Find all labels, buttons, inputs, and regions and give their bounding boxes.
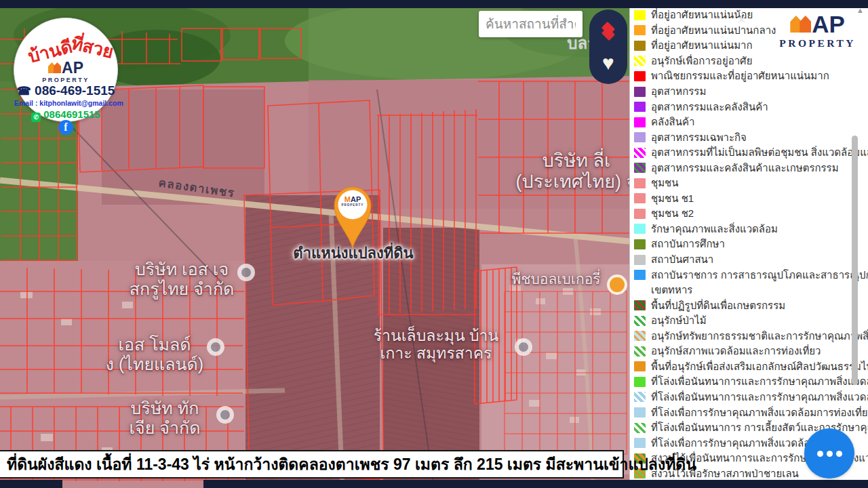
- legend-item: เขตทหาร: [630, 283, 868, 298]
- map-logo-icon: [48, 62, 61, 73]
- poi-marker[interactable]: [237, 264, 255, 281]
- map-property-app: บริษัท ลี่เ(ประเทศไทย) จบริษัท เอส เจสกร…: [0, 0, 868, 488]
- legend-swatch-icon: [634, 392, 646, 402]
- top-bar: [0, 0, 868, 8]
- more-actions-fab[interactable]: [804, 428, 854, 479]
- property-info-bar: ที่ดินผังสีแดง เนื้อที่ 11-3-43 ไร่ หน้า…: [0, 450, 624, 479]
- legend-label: สถาบันการศึกษา: [651, 236, 725, 252]
- legend-item: ที่โล่งเพื่อนันทนาการและการรักษาคุณภาพสิ…: [630, 390, 868, 405]
- pin-logo: MAP PROPERTY: [338, 196, 367, 207]
- legend-swatch-icon: [634, 285, 646, 296]
- map-tools: ♥: [589, 9, 627, 84]
- legend-swatch-icon: [634, 361, 646, 371]
- legend-swatch-icon: [634, 255, 646, 265]
- legend-label: สถาบันราชการ การสาธารณูปโภคและสาธารณูปกา…: [651, 267, 868, 283]
- legend-swatch-icon: [634, 56, 646, 66]
- legend-item: อนุรักษ์ป่าไม้: [630, 313, 868, 329]
- legend-label: ที่อยู่อาศัยหนาแน่นปานกลาง: [651, 22, 776, 39]
- search-input[interactable]: [479, 11, 583, 37]
- legend-label: อุตสาหกรรมและคลังสินค้า: [651, 99, 768, 115]
- legend-item: อนุรักษ์สภาพแวดล้อมและการท่องเที่ยว: [630, 344, 868, 359]
- legend-item: ชุมชน ช2: [630, 206, 868, 222]
- line-icon: ✆: [31, 113, 41, 122]
- legend-label: อุตสาหกรรม: [651, 83, 706, 100]
- legend-label: ที่โล่งเพื่อการรักษาคุณภาพสิ่งแวดล้อมการ…: [651, 405, 868, 421]
- legend-item: อุตสาหกรรมและคลังสินค้าและเกษตรกรรม: [630, 160, 868, 176]
- legend-label: ที่โล่งเพื่อการรักษาคุณภาพสิ่งแวดล้อม: [651, 435, 816, 451]
- legend-swatch-icon: [634, 117, 646, 127]
- favorite-button[interactable]: ♥: [595, 49, 622, 77]
- legend-item: สถาบันราชการ การสาธารณูปโภคและสาธารณูปกา…: [630, 267, 868, 283]
- legend-item: ที่โล่งเพื่อนันทนาการและการรักษาคุณภาพสิ…: [630, 374, 868, 390]
- legend-swatch-icon: [634, 377, 646, 387]
- phone-icon: ☎: [17, 85, 31, 98]
- legend-scrollbar[interactable]: [852, 136, 858, 385]
- bottom-bar-right: [203, 480, 868, 488]
- legend-item: อุตสาหกรรมเฉพาะกิจ: [630, 129, 868, 145]
- legend-swatch-icon: [634, 132, 646, 142]
- legend-label: ชุมชน ช2: [651, 205, 694, 222]
- poi-marker[interactable]: [207, 338, 224, 356]
- close-icon[interactable]: ✕: [737, 14, 746, 26]
- legend-swatch-icon: [634, 178, 646, 188]
- dot-icon: [817, 451, 823, 457]
- legend-swatch-icon: [634, 224, 646, 234]
- map-label-nail-shop: ร้านเล็บละมุน บ้านเกาะ สมุทรสาคร: [374, 327, 499, 362]
- legend-swatch-icon: [634, 193, 646, 203]
- badge-email: Email : kitphonlawit@gmail.com: [14, 99, 117, 107]
- legend-swatch-icon: [634, 300, 646, 310]
- bottom-bar-left: [0, 480, 62, 488]
- legend-item: สถาบันการศึกษา: [630, 237, 868, 252]
- pin-label: ตำแหน่งแปลงที่ดิน: [293, 241, 413, 265]
- legend-item: รักษาคุณภาพและสิ่งแวดล้อม: [630, 222, 868, 237]
- search-box: [479, 11, 583, 37]
- legend-item: อนุรักษ์ทรัพยากรธรรมชาติและการรักษาคุณภา…: [630, 328, 868, 344]
- property-info-text: ที่ดินผังสีแดง เนื้อที่ 11-3-43 ไร่ หน้า…: [7, 452, 696, 476]
- layers-button[interactable]: [595, 18, 622, 45]
- legend-label: พาณิชยกรรมและที่อยู่อาศัยหนาแน่นมาก: [651, 68, 829, 84]
- poi-marker[interactable]: [515, 338, 532, 356]
- map-label-company-sj: บริษัท เอส เจสกรูไทย จำกัด: [130, 260, 235, 298]
- legend-swatch-icon: [634, 10, 646, 20]
- pin-icon: [332, 184, 374, 249]
- poi-marker[interactable]: [216, 406, 234, 424]
- legend-label: อุตสาหกรรมที่ไม่เป็นมลพิษต่อชุมชน สิ่งแว…: [651, 144, 868, 161]
- legend-label: อุตสาหกรรมเฉพาะกิจ: [651, 129, 747, 146]
- map-label-bakery: พีชบอลเบเกอรี่: [511, 271, 600, 287]
- dot-icon: [836, 451, 842, 457]
- badge-logo: AP PROPERTY: [14, 60, 117, 83]
- legend-item: ที่โล่งเพื่อการรักษาคุณภาพสิ่งแวดล้อมการ…: [630, 405, 868, 420]
- legend-swatch-icon: [634, 163, 646, 173]
- legend-item: อุตสาหกรรมและคลังสินค้า: [630, 99, 868, 115]
- property-pin[interactable]: MAP PROPERTY: [332, 184, 374, 249]
- facebook-icon: f: [58, 120, 73, 135]
- legend-swatch-icon: [634, 71, 646, 81]
- legend-swatch-icon: [634, 209, 646, 219]
- legend-item: สถาบันศาสนา: [630, 252, 868, 268]
- heart-icon: ♥: [602, 53, 614, 73]
- legend-swatch-icon: [634, 438, 646, 448]
- poi-marker-bakery[interactable]: [607, 274, 627, 295]
- legend-label: เขตทหาร: [651, 282, 692, 298]
- legend-panel: ▲ ✕ ที่อยู่อาศัยหนาแน่นน้อยที่อยู่อาศัยห…: [629, 0, 868, 488]
- legend-item: ชุมชน: [630, 176, 868, 191]
- legend-item: พื้นที่ปฏิรูปที่ดินเพื่อเกษตรกรรม: [630, 298, 868, 313]
- legend-item: พาณิชยกรรมและที่อยู่อาศัยหนาแน่นมาก: [630, 68, 868, 84]
- legend-item: ชุมชน ช1: [630, 191, 868, 207]
- legend-swatch-icon: [634, 87, 646, 97]
- legend-label: พื้นที่ปฏิรูปที่ดินเพื่อเกษตรกรรม: [651, 298, 785, 314]
- legend-swatch-icon: [634, 316, 646, 326]
- legend-label: ชุมชน: [651, 175, 679, 191]
- legend-swatch-icon: [634, 102, 646, 112]
- legend-swatch-icon: [634, 239, 646, 249]
- legend-label: ชุมชน ช1: [651, 190, 694, 207]
- legend-label: พื้นที่อนุรักษ์เพื่อส่งเสริมเอกลักษณ์ศิล…: [651, 359, 868, 375]
- map-logo-icon: [790, 16, 811, 33]
- legend-item: คลังสินค้า: [630, 115, 868, 130]
- legend-swatch-icon: [634, 270, 646, 280]
- legend-item: อุตสาหกรรม: [630, 84, 868, 100]
- brand-badge: บ้านดี ที่สวย AP PROPERTY ☎ 086-469-1515…: [14, 18, 118, 122]
- legend-item: อนุรักษ์เพื่อการอยู่อาศัย: [630, 54, 868, 69]
- legend-label: อนุรักษ์สภาพแวดล้อมและการท่องเที่ยว: [651, 343, 821, 359]
- legend-swatch-icon: [634, 25, 646, 35]
